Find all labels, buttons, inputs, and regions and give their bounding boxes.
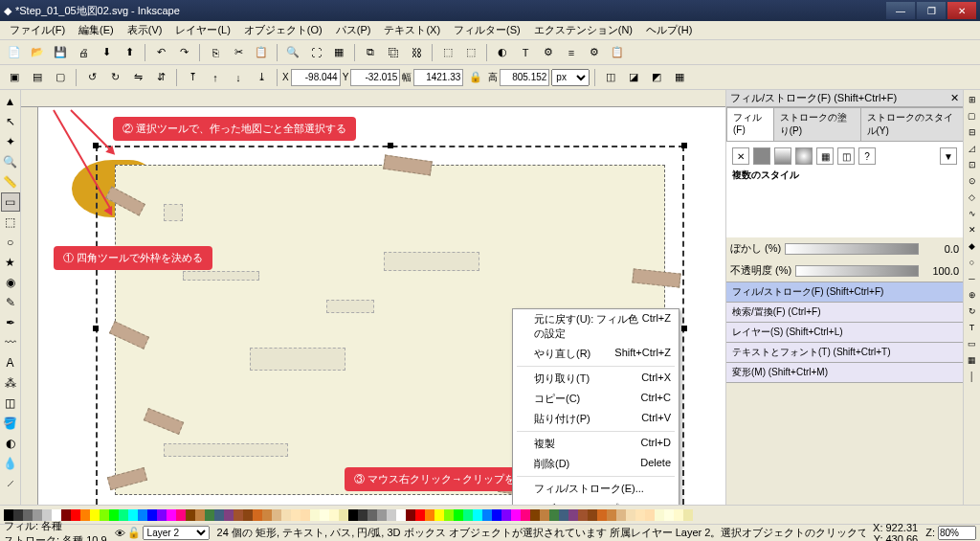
zoom-tool-icon[interactable]: 🔍 [282, 42, 303, 63]
palette-swatch[interactable] [358, 509, 368, 521]
palette-swatch[interactable] [176, 509, 186, 521]
x-input[interactable] [291, 69, 341, 86]
palette-swatch[interactable] [138, 509, 147, 521]
unlink-icon[interactable]: ⛓ [406, 42, 427, 63]
snap-guide-icon[interactable]: │ [965, 369, 980, 384]
snap-edge-icon[interactable]: ⊟ [965, 124, 980, 140]
panel-close-icon[interactable]: ✕ [950, 92, 959, 104]
pencil-tool[interactable]: ✎ [1, 293, 20, 312]
palette-swatch[interactable] [616, 509, 626, 521]
palette-swatch[interactable] [521, 509, 530, 521]
lower-bottom-icon[interactable]: ⤓ [251, 67, 272, 88]
copy-icon[interactable]: ⎘ [205, 42, 226, 63]
rotate-cw-icon[interactable]: ↻ [104, 67, 125, 88]
fill-unknown-icon[interactable]: ? [858, 147, 876, 165]
affect-stroke-icon[interactable]: ◫ [600, 67, 621, 88]
snap-intersect-icon[interactable]: ✕ [965, 222, 980, 237]
palette-swatch[interactable] [664, 509, 674, 521]
undo-icon[interactable]: ↶ [150, 42, 171, 63]
palette-swatch[interactable] [329, 509, 339, 521]
snap-corner-icon[interactable]: ◿ [965, 141, 980, 156]
duplicate-icon[interactable]: ⧉ [360, 42, 381, 63]
palette-swatch[interactable] [444, 509, 454, 521]
palette-swatch[interactable] [588, 509, 597, 521]
accordion-item[interactable]: レイヤー(S) (Shift+Ctrl+L) [726, 323, 963, 343]
context-menu-item[interactable]: コピー(C)Ctrl+C [513, 389, 679, 409]
palette-swatch[interactable] [195, 509, 205, 521]
palette-swatch[interactable] [473, 509, 482, 521]
accordion-item[interactable]: テキストとフォント(T) (Shift+Ctrl+T) [726, 343, 963, 363]
fill-swatch-icon[interactable]: ◫ [837, 147, 855, 165]
select-layers-icon[interactable]: ▤ [27, 67, 48, 88]
palette-swatch[interactable] [119, 509, 128, 521]
palette-swatch[interactable] [109, 509, 119, 521]
context-menu-item[interactable]: 元に戻す(U): フィル色の設定Ctrl+Z [513, 309, 679, 344]
palette-swatch[interactable] [463, 509, 473, 521]
flip-v-icon[interactable]: ⇵ [150, 67, 171, 88]
handle[interactable] [93, 143, 99, 148]
text-dialog-icon[interactable]: T [515, 42, 536, 63]
palette-swatch[interactable] [291, 509, 301, 521]
gradient-tool[interactable]: ◐ [1, 434, 20, 453]
doc-prefs-icon[interactable]: 📋 [607, 42, 628, 63]
prefs-icon[interactable]: ⚙ [584, 42, 605, 63]
palette-swatch[interactable] [224, 509, 234, 521]
menu-text[interactable]: テキスト(X) [378, 21, 446, 39]
deselect-icon[interactable]: ▢ [50, 67, 71, 88]
snap-toggle-icon[interactable]: ⊞ [965, 92, 980, 107]
palette-swatch[interactable] [272, 509, 281, 521]
palette-swatch[interactable] [243, 509, 253, 521]
palette-swatch[interactable] [683, 509, 693, 521]
palette-swatch[interactable] [568, 509, 578, 521]
snap-bbox-icon[interactable]: ▢ [965, 108, 980, 124]
layer-select[interactable]: Layer 2 [143, 526, 210, 540]
snap-page-icon[interactable]: ▭ [965, 336, 980, 351]
select-all-icon[interactable]: ▣ [4, 67, 25, 88]
palette-swatch[interactable] [674, 509, 683, 521]
canvas[interactable]: ① 四角ツールで外枠を決める ② 選択ツールで、作った地図ごと全部選択する ③ … [38, 107, 725, 505]
menu-file[interactable]: ファイル(F) [4, 21, 71, 39]
palette-swatch[interactable] [607, 509, 616, 521]
palette-swatch[interactable] [454, 509, 463, 521]
align-icon[interactable]: ≡ [561, 42, 582, 63]
palette-swatch[interactable] [645, 509, 655, 521]
select-tool[interactable]: ▲ [1, 92, 20, 111]
menu-object[interactable]: オブジェクト(O) [238, 21, 328, 39]
snap-grid-icon[interactable]: ▦ [965, 352, 980, 368]
layer-visible-icon[interactable]: 👁 [115, 528, 125, 539]
redo-icon[interactable]: ↷ [173, 42, 194, 63]
palette-swatch[interactable] [626, 509, 635, 521]
accordion-item[interactable]: 変形(M) (Shift+Ctrl+M) [726, 363, 963, 383]
palette-swatch[interactable] [205, 509, 214, 521]
handle[interactable] [681, 326, 687, 331]
minimize-button[interactable]: — [886, 2, 915, 19]
palette-swatch[interactable] [597, 509, 607, 521]
open-icon[interactable]: 📂 [27, 42, 48, 63]
palette-swatch[interactable] [492, 509, 501, 521]
palette-swatch[interactable] [214, 509, 224, 521]
context-menu-item[interactable]: フィル/ストローク(E)... [513, 479, 679, 499]
palette-swatch[interactable] [530, 509, 540, 521]
accordion-item[interactable]: フィル/ストローク(F) (Shift+Ctrl+F) [726, 282, 963, 303]
palette-swatch[interactable] [234, 509, 243, 521]
zoom-input[interactable] [938, 526, 976, 540]
connector-tool[interactable]: ⟋ [1, 474, 20, 493]
menu-view[interactable]: 表示(V) [122, 21, 168, 39]
lower-icon[interactable]: ↓ [228, 67, 249, 88]
palette-swatch[interactable] [186, 509, 195, 521]
blur-slider[interactable] [785, 243, 919, 255]
eraser-tool[interactable]: ◫ [1, 394, 20, 413]
snap-node-icon[interactable]: ◇ [965, 190, 980, 205]
palette-swatch[interactable] [147, 509, 157, 521]
palette-swatch[interactable] [482, 509, 492, 521]
node-tool[interactable]: ↖ [1, 112, 20, 131]
context-menu-item[interactable]: オブジェクトのプロパティ(O)... [513, 499, 679, 505]
palette-swatch[interactable] [635, 509, 645, 521]
palette-swatch[interactable] [511, 509, 521, 521]
opacity-slider[interactable] [795, 265, 919, 277]
context-menu-item[interactable]: やり直し(R)Shift+Ctrl+Z [513, 344, 679, 364]
layer-lock-icon[interactable]: 🔓 [127, 527, 141, 539]
palette-swatch[interactable] [396, 509, 406, 521]
menu-layer[interactable]: レイヤー(L) [169, 21, 235, 39]
palette-swatch[interactable] [301, 509, 310, 521]
